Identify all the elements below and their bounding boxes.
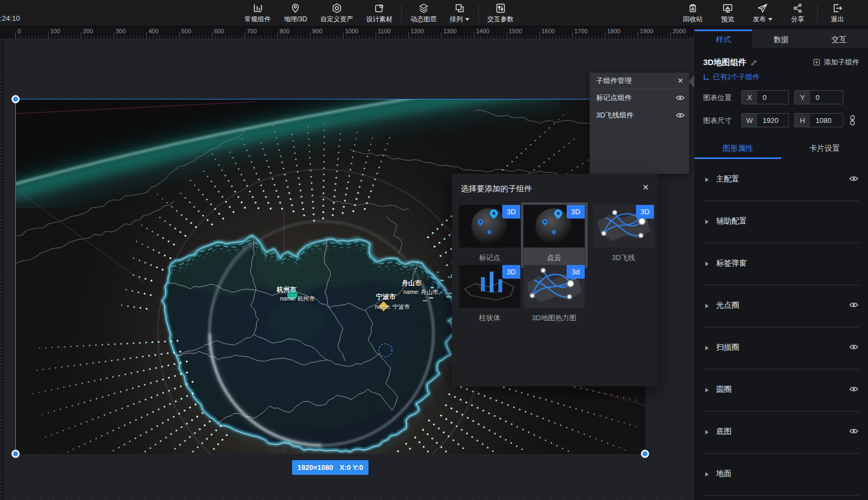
section-1[interactable]: 主配置: [694, 159, 868, 201]
topbar: 4:24:10 常规组件 地理/3D 自定义资产 设计素材 动态图层: [0, 0, 868, 26]
add-subcomponent-button[interactable]: 添加子组件: [813, 57, 859, 67]
close-icon[interactable]: ✕: [677, 77, 683, 85]
ruler-label: 400: [148, 28, 158, 34]
ruler-label: 1200: [411, 28, 424, 34]
selection-handle-bottom-right[interactable]: [641, 450, 649, 458]
thumbnail-globe-pins: 3D: [459, 205, 520, 248]
map-sublabel-ningbo: name: 宁波市: [375, 302, 410, 311]
card-point-cloud[interactable]: 3D 点云: [524, 205, 585, 263]
edit-pencil-icon[interactable]: [751, 58, 758, 66]
toolbar-item-preview[interactable]: 预览: [710, 0, 745, 26]
sliders-icon: [495, 3, 506, 14]
subcomponent-item-flyline[interactable]: 3D飞线组件: [590, 107, 689, 124]
size-h-field[interactable]: H 1080: [794, 113, 843, 127]
share-icon: [792, 3, 803, 14]
card-3d-flyline[interactable]: 3D 3D飞线: [593, 205, 654, 263]
toolbar-item-dynamic-layers[interactable]: 动态图层: [404, 0, 443, 26]
map-sublabel-zhoushan: name: 舟山市: [403, 287, 438, 296]
chevron-right-icon: [705, 430, 709, 434]
badge-3d: 3D: [502, 265, 520, 279]
ruler-label: 1000: [345, 28, 358, 34]
add-subcomponent-modal: 选择要添加的子组件 ✕ 3D 标记点 3D 点云: [452, 174, 658, 386]
toolbar-item-share[interactable]: 分享: [780, 0, 815, 26]
subcomponent-item-marker[interactable]: 标记点组件: [590, 89, 689, 107]
thumbnail-flyline-map: 3D: [593, 205, 654, 248]
toolbar-item-exit[interactable]: 退出: [820, 0, 855, 26]
ruler-label: 1700: [574, 28, 587, 34]
subtab-graphic-props[interactable]: 图形属性: [694, 138, 781, 159]
ruler-label: 1800: [607, 28, 620, 34]
tab-interaction[interactable]: 交互: [810, 30, 868, 48]
card-3d-bars[interactable]: 3D 柱状体: [459, 265, 520, 323]
toolbar-divider: [817, 3, 818, 23]
exit-icon: [832, 3, 843, 14]
toolbar-item-publish[interactable]: 发布: [745, 0, 780, 26]
tab-data[interactable]: 数据: [752, 30, 810, 48]
card-3d-heatmap[interactable]: 3d 3D地图热力图: [524, 265, 585, 323]
eye-icon[interactable]: [849, 344, 858, 350]
subcomponent-count-link[interactable]: 已有2个子组件: [703, 73, 859, 81]
chevron-right-icon: [705, 178, 709, 182]
map-label-zhoushan: 舟山市: [402, 279, 421, 288]
component-title: 3D地图组件: [703, 57, 746, 68]
selection-size-badge: 1920×1080X:0 Y:0: [292, 460, 368, 475]
badge-3d: 3D: [636, 205, 654, 219]
section-3[interactable]: 标签弹窗: [694, 243, 868, 285]
toolbar-item-interaction-params[interactable]: 交互参数: [481, 0, 520, 26]
toolbar-item-common-components[interactable]: 常规组件: [238, 0, 277, 26]
subtab-card-settings[interactable]: 卡片设置: [781, 138, 868, 159]
right-settings-panel: 样式 数据 交互 3D地图组件 添加子组件 已有2个子组件 图表位置 X 0: [694, 26, 868, 500]
subcomponent-manager-panel: 子组件管理 ✕ 标记点组件 3D飞线组件: [590, 73, 689, 174]
selection-handle-bottom-left[interactable]: [11, 450, 20, 458]
ruler-label: 1400: [476, 28, 489, 34]
size-w-field[interactable]: W 1920: [741, 113, 789, 127]
eye-icon[interactable]: [849, 386, 858, 392]
map-label-hangzhou: 杭州市: [277, 285, 296, 295]
modal-title: 选择要添加的子组件: [461, 184, 532, 194]
toolbar-divider: [478, 3, 479, 23]
ruler-label: 1500: [509, 28, 522, 34]
eye-icon[interactable]: [676, 95, 685, 101]
section-4[interactable]: 光点圈: [694, 285, 868, 327]
section-7[interactable]: 底图: [694, 411, 868, 454]
eye-icon[interactable]: [849, 302, 858, 308]
badge-3d: 3D: [502, 205, 520, 219]
tab-style[interactable]: 样式: [694, 30, 752, 48]
thumbnail-heatmap-map: 3d: [524, 265, 585, 308]
ruler-label: 0: [17, 28, 21, 34]
chevron-right-icon: [705, 388, 709, 392]
toolbar-item-arrange[interactable]: 排列: [443, 0, 476, 26]
toolbar-item-geo-3d[interactable]: 地理/3D: [277, 0, 314, 26]
section-divider: [703, 495, 859, 496]
image-icon: [374, 3, 385, 14]
trash-icon: [687, 3, 698, 14]
ruler-label: 1100: [378, 28, 391, 34]
eye-icon[interactable]: [849, 175, 858, 182]
ruler-label: 300: [116, 28, 126, 34]
card-marker-point[interactable]: 3D 标记点: [459, 205, 520, 263]
toolbar-item-recycle-bin[interactable]: 回收站: [675, 0, 710, 26]
section-6[interactable]: 圆圈: [694, 369, 868, 411]
eye-icon[interactable]: [676, 112, 685, 119]
ruler-label: 700: [247, 28, 257, 34]
eye-icon[interactable]: [849, 428, 858, 434]
selection-handle-top-left[interactable]: [11, 95, 20, 103]
vertical-ruler: [0, 39, 5, 500]
caret-down-icon: [465, 18, 469, 21]
arrange-icon: [454, 3, 465, 14]
chevron-right-icon: [705, 262, 709, 266]
link-lock-icon[interactable]: [849, 115, 856, 126]
section-8[interactable]: 地面: [694, 454, 868, 496]
section-5[interactable]: 扫描圈: [694, 327, 868, 369]
close-icon[interactable]: ✕: [642, 183, 649, 192]
ruler-label: 800: [280, 28, 289, 34]
badge-3d: 3D: [567, 205, 585, 219]
map-sublabel-hangzhou: name: 杭州市: [280, 294, 315, 303]
toolbar-item-custom-assets[interactable]: 自定义资产: [314, 0, 360, 26]
bar-chart-icon: [252, 3, 263, 14]
toolbar-item-design-material[interactable]: 设计素材: [360, 0, 399, 26]
position-y-field[interactable]: Y 0: [794, 90, 843, 104]
horizontal-ruler: 0100200300400500600700800900100011001200…: [0, 26, 694, 39]
position-x-field[interactable]: X 0: [741, 90, 789, 104]
section-2[interactable]: 辅助配置: [694, 201, 868, 243]
